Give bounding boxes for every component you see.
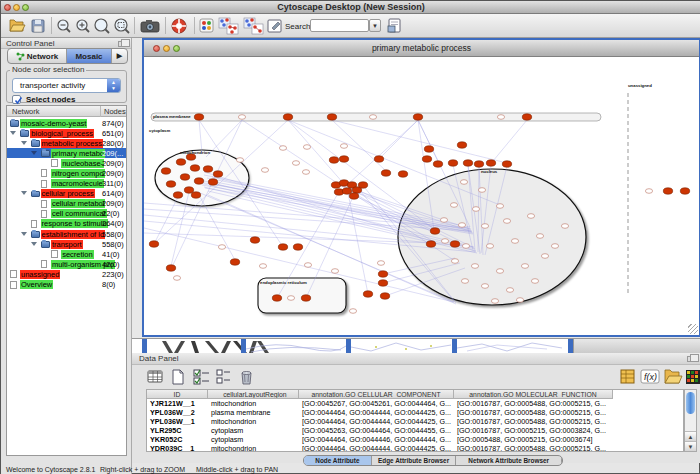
table-column-header[interactable]: ID <box>147 390 208 399</box>
table-cell[interactable]: [GO:0044464, GO:0044446, GO:0044444, G..… <box>299 435 454 444</box>
tree-row-label[interactable]: metabolic process <box>41 139 103 148</box>
select-nodes-checkbox[interactable] <box>12 95 21 104</box>
table-scrollbar[interactable]: ▲ ▼ <box>684 389 697 452</box>
scroll-up-button[interactable]: ▲ <box>685 431 696 441</box>
attribute-matrix-icon[interactable] <box>619 368 637 386</box>
zoom-out-icon[interactable] <box>55 17 72 35</box>
tree-row-label[interactable]: cellular process <box>41 189 95 198</box>
expand-arrow-icon[interactable] <box>10 131 16 135</box>
snapshot-icon[interactable] <box>139 17 161 35</box>
tree-col-network[interactable]: Network <box>12 107 40 116</box>
tree-row[interactable]: mosaic-demo-yeast874(0) <box>7 118 126 128</box>
tree-row-label[interactable]: unassigned <box>20 270 60 279</box>
table-cell[interactable]: [GO:0016787, GO:0005488, GO:0005215, G..… <box>454 444 613 452</box>
save-icon[interactable] <box>29 17 47 35</box>
scrollbar-thumb[interactable] <box>686 392 695 414</box>
table-cell[interactable]: [GO:0044464, GO:0044444, GO:0044425, G..… <box>299 408 454 417</box>
zoom-selected-icon[interactable] <box>113 17 131 35</box>
tree-row[interactable]: multi-organism pro42(0) <box>7 259 126 269</box>
annotation-icon[interactable] <box>266 17 284 35</box>
zoom-in-icon[interactable] <box>74 17 91 35</box>
tree-row-label[interactable]: biological_process <box>30 129 94 138</box>
table-cell[interactable]: [GO:0045267, GO:0045261, GO:0044464, G..… <box>299 399 454 408</box>
minimize-button[interactable] <box>13 4 20 11</box>
tree-row-label[interactable]: cellular metabol <box>51 199 106 208</box>
expand-arrow-icon[interactable] <box>21 232 27 236</box>
new-attribute-icon[interactable] <box>169 368 187 386</box>
expand-arrow-icon[interactable] <box>31 242 37 246</box>
table-cell[interactable]: YJR121W__1 <box>147 399 208 408</box>
heatmap-icon[interactable] <box>685 368 700 386</box>
attribute-batch-icon[interactable] <box>386 17 404 35</box>
expand-arrow-icon[interactable] <box>21 141 27 145</box>
tab-mosaic[interactable]: Mosaic <box>67 49 112 63</box>
import-attr-folder-icon[interactable] <box>663 368 683 386</box>
tree-row[interactable]: metabolic process280(0) <box>7 138 126 148</box>
open-file-icon[interactable] <box>8 17 26 35</box>
table-column-header[interactable]: annotation.GO MOLECULAR_FUNCTION <box>454 390 613 399</box>
table-cell[interactable]: mitochondrion <box>208 399 299 408</box>
table-cell[interactable]: plasma membrane <box>208 408 299 417</box>
tree-row-label[interactable]: secretion <box>61 250 93 259</box>
tree-row[interactable]: cellular metabol209(0) <box>7 199 126 209</box>
attribute-table-icon[interactable] <box>146 368 164 386</box>
table-column-header[interactable]: annotation.GO CELLULAR_COMPONENT <box>299 390 454 399</box>
scroll-down-button[interactable]: ▼ <box>685 441 696 451</box>
tree-col-nodes[interactable]: Nodes <box>104 107 126 116</box>
window-close-button[interactable] <box>153 45 160 52</box>
expand-arrow-icon[interactable] <box>31 151 37 155</box>
tab-overflow-arrow[interactable]: ▶ <box>112 49 127 63</box>
window-resize-grip[interactable] <box>688 324 698 334</box>
tree-row-label[interactable]: macromolecule <box>51 179 104 188</box>
browser-tab[interactable]: Network Attribute Browser <box>456 456 562 465</box>
attribute-table[interactable]: ID_cellularLayoutRegionannotation.GO CEL… <box>146 389 684 452</box>
expand-arrow-icon[interactable] <box>21 191 27 195</box>
table-cell[interactable]: [GO:0005488, GO:0005215, GO:0003674] <box>454 435 613 444</box>
tree-row-label[interactable]: nucleobase- <box>61 159 104 168</box>
table-cell[interactable]: cytoplasm <box>208 426 299 435</box>
tree-row[interactable]: cell communicat22(0) <box>7 209 126 219</box>
network-canvas[interactable]: plasma membranecytoplasmmitochondrionnuc… <box>144 57 699 335</box>
table-column-header[interactable]: _cellularLayoutRegion <box>208 390 299 399</box>
window-zoom-button[interactable] <box>173 45 180 52</box>
table-cell[interactable]: [GO:0016787, GO:0005488, GO:0005215, G..… <box>454 417 613 426</box>
unselect-attributes-icon[interactable] <box>215 368 234 386</box>
tree-row[interactable]: biological_process651(0) <box>7 128 126 138</box>
tree-row[interactable]: transport558(0) <box>7 239 126 249</box>
zoom-button[interactable] <box>22 4 29 11</box>
help-icon[interactable] <box>170 17 189 35</box>
tree-row-label[interactable]: transport <box>51 240 83 249</box>
tree-row[interactable]: macromolecule311(0) <box>7 179 126 189</box>
table-cell[interactable]: [GO:0016787, GO:0005215, GO:0003824, G..… <box>454 426 613 435</box>
browser-tab[interactable]: Edge Attribute Browser <box>372 456 457 465</box>
import-network-icon[interactable] <box>218 17 239 35</box>
import-attributes-icon[interactable] <box>243 17 264 35</box>
table-cell[interactable]: cytoplasm <box>208 435 299 444</box>
tree-row[interactable]: establishment of lo558(0) <box>7 229 126 239</box>
vizmapper-icon[interactable] <box>198 17 215 35</box>
tree-row-label[interactable]: nitrogen compo <box>51 169 105 178</box>
window-minimize-button[interactable] <box>163 45 170 52</box>
delete-attribute-icon[interactable] <box>238 368 256 386</box>
browser-tab[interactable]: Node Attribute Browser <box>304 456 372 465</box>
tree-row[interactable]: primary metabo209(... <box>7 148 126 158</box>
table-cell[interactable]: YLR295C <box>147 426 208 435</box>
tree-row-label[interactable]: primary metabo <box>51 149 105 158</box>
table-cell[interactable]: YKR052C <box>147 435 208 444</box>
search-input[interactable] <box>310 19 369 32</box>
close-button[interactable] <box>4 4 11 11</box>
table-cell[interactable]: YPL036W__2 <box>147 408 208 417</box>
table-cell[interactable]: [GO:0045263, GO:0044464, GO:0044455, G..… <box>299 426 454 435</box>
function-builder-icon[interactable]: f(x) <box>640 368 660 386</box>
tree-row-label[interactable]: response to stimulu <box>41 219 108 228</box>
combo-stepper-icon[interactable]: ▲▼ <box>107 79 120 92</box>
data-panel-float-icon[interactable] <box>687 356 694 362</box>
tree-row-label[interactable]: establishment of lo <box>41 230 106 239</box>
table-cell[interactable]: mitochondrion <box>208 417 299 426</box>
table-cell[interactable]: [GO:0016787, GO:0005488, GO:0005215, G..… <box>454 399 613 408</box>
network-window-titlebar[interactable]: primary metabolic process <box>144 40 699 57</box>
tree-row[interactable]: cellular process614(0) <box>7 189 126 199</box>
app-titlebar[interactable]: Cytoscape Desktop (New Session) <box>1 1 700 14</box>
tree-row[interactable]: response to stimulu264(0) <box>7 219 126 229</box>
tree-row[interactable]: nucleobase-209(0) <box>7 158 126 168</box>
